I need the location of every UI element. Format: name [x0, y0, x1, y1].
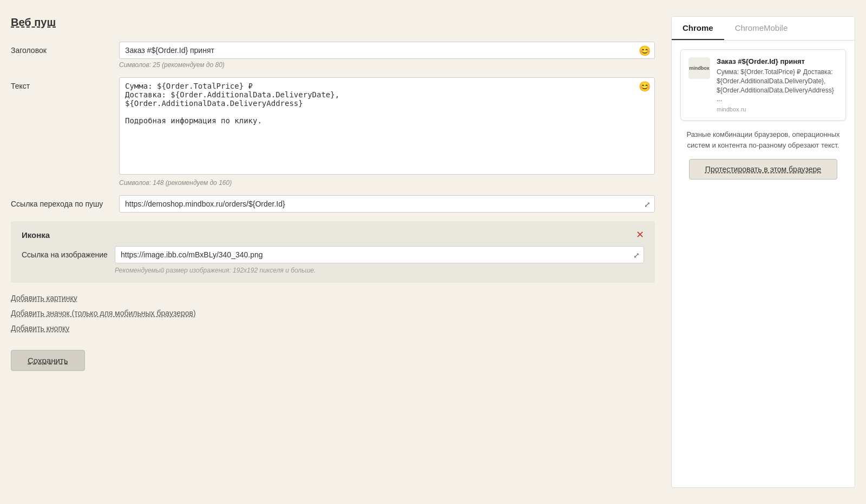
preview-note: Разные комбинации браузеров, операционны…: [680, 129, 846, 150]
text-label: Текст: [11, 77, 119, 90]
notif-content: Заказ #${Order.Id} принят Сумма: ${Order…: [717, 57, 838, 112]
icon-image-input[interactable]: [115, 246, 644, 263]
notif-logo: mindbox: [688, 57, 710, 79]
link-row: Ссылка перехода по пушу ⤢: [11, 195, 655, 213]
icon-section-title: Иконка: [22, 230, 50, 240]
header-row: Заголовок 😊 Символов: 25 (рекомендуем до…: [11, 42, 655, 69]
text-input-wrapper: Сумма: ${Order.TotalPrice} ₽ Доставка: $…: [119, 77, 655, 177]
header-input[interactable]: [119, 42, 655, 59]
add-button-button[interactable]: Добавить кнопку: [11, 324, 69, 333]
test-browser-button[interactable]: Протестировать в этом браузере: [689, 159, 837, 180]
link-input[interactable]: [119, 195, 655, 213]
header-field: 😊 Символов: 25 (рекомендуем до 80): [119, 42, 655, 69]
notification-preview: mindbox Заказ #${Order.Id} принят Сумма:…: [680, 49, 846, 121]
browser-tabs: Chrome ChromeMobile: [672, 17, 855, 41]
text-char-hint: Символов: 148 (рекомендуем до 160): [119, 179, 655, 187]
page-title: Веб пуш: [11, 16, 56, 29]
header-emoji-button[interactable]: 😊: [639, 46, 651, 56]
left-panel: Веб пуш Заголовок 😊 Символов: 25 (рекоме…: [11, 16, 655, 488]
icon-expand-button[interactable]: ⤢: [633, 251, 640, 259]
preview-area: mindbox Заказ #${Order.Id} принят Сумма:…: [672, 41, 855, 188]
add-image-button[interactable]: Добавить картинку: [11, 294, 77, 302]
save-button[interactable]: Сохранить: [11, 350, 85, 371]
text-textarea[interactable]: Сумма: ${Order.TotalPrice} ₽ Доставка: $…: [119, 77, 655, 175]
icon-image-hint: Рекомендуемый размер изображения: 192x19…: [115, 267, 644, 274]
header-label: Заголовок: [11, 42, 119, 55]
icon-image-row: Ссылка на изображение ⤢: [22, 246, 644, 263]
text-emoji-button[interactable]: 😊: [639, 82, 651, 91]
link-field: ⤢: [119, 195, 655, 213]
icon-image-label: Ссылка на изображение: [22, 250, 108, 259]
icon-image-input-wrapper: ⤢: [115, 246, 644, 263]
notif-domain: mindbox.ru: [717, 106, 838, 112]
text-row: Текст Сумма: ${Order.TotalPrice} ₽ Доста…: [11, 77, 655, 187]
header-char-hint: Символов: 25 (рекомендуем до 80): [119, 61, 655, 69]
add-badge-button[interactable]: Добавить значок (только для мобильных бр…: [11, 309, 196, 317]
notif-title: Заказ #${Order.Id} принят: [717, 57, 838, 65]
link-input-wrapper: ⤢: [119, 195, 655, 213]
tab-chrome[interactable]: Chrome: [672, 17, 724, 40]
icon-section-header: Иконка ✕: [22, 230, 644, 240]
text-field: Сумма: ${Order.TotalPrice} ₽ Доставка: $…: [119, 77, 655, 187]
icon-section: Иконка ✕ Ссылка на изображение ⤢ Рекомен…: [11, 221, 655, 283]
icon-section-close-button[interactable]: ✕: [636, 230, 644, 240]
right-panel: Chrome ChromeMobile mindbox Заказ #${Ord…: [671, 16, 855, 488]
header-input-wrapper: 😊: [119, 42, 655, 59]
links-section: Добавить картинку Добавить значок (тольк…: [11, 294, 655, 333]
link-label: Ссылка перехода по пушу: [11, 195, 119, 208]
tab-chrome-mobile[interactable]: ChromeMobile: [724, 17, 799, 40]
notif-logo-text: mindbox: [689, 65, 710, 71]
notif-text: Сумма: ${Order.TotalPrice} ₽ Доставка: $…: [717, 68, 838, 104]
link-expand-button[interactable]: ⤢: [644, 201, 651, 208]
